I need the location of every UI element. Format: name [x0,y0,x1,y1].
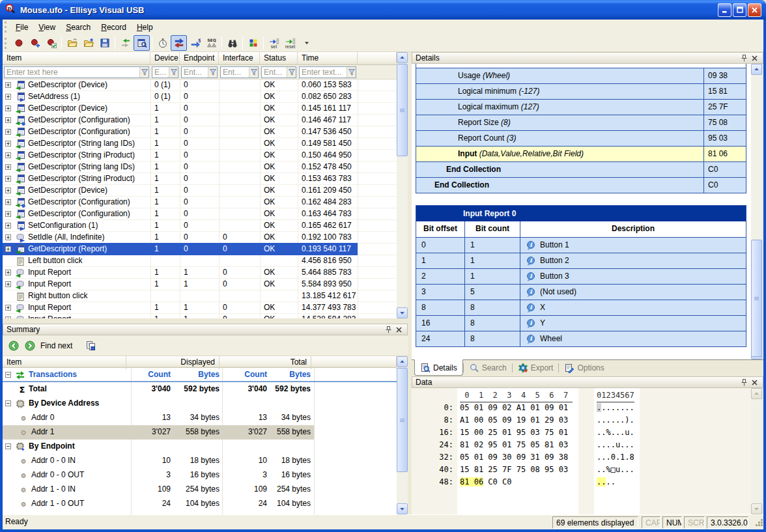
resize-grip[interactable] [754,512,763,529]
filter-input-item[interactable]: Enter text here [4,66,149,78]
event-row[interactable]: SetConfiguration (1)10OK0.165 462 617 [3,220,397,232]
event-row[interactable]: GetDescriptor (String lang IDs)10OK0.152… [3,161,397,173]
pin-icon[interactable] [739,53,749,63]
hex-dump[interactable]: 0 1 2 3 4 5 6 7 012345670:05 01 09 02 A1… [412,388,751,514]
summary-column-spare[interactable] [314,356,397,369]
summary-row[interactable]: ΣTotal3'040592 bytes3'040592 bytes [3,382,397,397]
menu-file[interactable]: File [10,20,33,35]
expand-icon[interactable] [5,234,11,240]
tab-search[interactable]: Search [464,360,512,376]
event-row[interactable]: GetDescriptor (String lang IDs)10OK0.149… [3,138,397,150]
event-row[interactable]: Input Report110OK14.377 493 783 [3,302,397,314]
expand-icon[interactable] [5,305,11,311]
descriptor-row[interactable]: Input (Data,Value,Relative,Bit Field)81 … [416,146,746,161]
column-header-item[interactable]: Item [3,52,150,65]
summary-column-displayed[interactable]: Displayed [131,356,220,369]
close-panel-icon[interactable] [749,53,759,63]
details-scrollbar[interactable] [751,64,762,359]
column-header-interface[interactable]: Interface [219,52,260,65]
record-button[interactable] [10,35,27,51]
event-row[interactable]: Input Report110OK5.584 893 950 [3,279,397,290]
column-header-status[interactable]: Status [260,52,298,65]
expand-icon[interactable] [5,281,11,287]
pin-icon[interactable] [383,325,393,335]
event-row[interactable]: GetDescriptor (Configuration)10OK0.163 4… [3,208,397,220]
descriptor-row[interactable]: Report Count (3)95 03 [416,130,746,146]
summary-column-total[interactable]: Total [222,356,311,369]
descriptor-row[interactable]: Usage (Wheel)09 38 [416,68,746,83]
pin-icon[interactable] [739,378,749,387]
find-next-button[interactable] [24,340,36,352]
event-row[interactable]: Right button click13.185 412 617 [3,290,397,302]
collapse-icon[interactable] [5,372,11,378]
navigate-back-button[interactable] [117,35,134,51]
filter-funnel-icon[interactable] [249,67,258,77]
scroll-thumb[interactable] [397,64,408,156]
goto-sequence-button[interactable]: S [187,35,203,51]
expand-icon[interactable] [5,246,11,252]
summary-column-item[interactable]: Item [3,356,126,369]
summary-row[interactable]: By Endpoint [3,440,397,454]
tab-details[interactable]: Details [414,359,463,376]
summary-row[interactable]: Addr 0 - 0 OUT316 bytes316 bytes [3,468,397,483]
summary-row[interactable]: Addr 1 - 0 OUT24104 bytes24104 bytes [3,497,397,511]
find-button[interactable] [224,35,240,51]
column-header-endpoint[interactable]: Endpoint [180,52,219,65]
descriptor-row[interactable]: Logical maximum (127)25 7F [416,99,746,115]
expand-icon[interactable] [5,270,11,275]
expand-icon[interactable] [5,199,11,205]
event-row[interactable]: GetDescriptor (Device)10OK0.161 209 450 [3,185,397,197]
open-button[interactable] [64,35,80,51]
scroll-up-icon[interactable] [751,64,762,75]
event-row[interactable]: Left button click4.456 816 950 [3,255,397,267]
expand-icon[interactable] [5,82,11,88]
tab-export[interactable]: Export [513,360,559,376]
menu-search[interactable]: Search [61,20,96,35]
event-row[interactable]: GetDescriptor (Configuration)10OK0.147 5… [3,126,397,138]
filter-input-status[interactable]: Ent... [261,66,296,78]
find-previous-button[interactable] [8,340,20,352]
scroll-up-icon[interactable] [751,388,762,399]
expand-icon[interactable] [5,211,11,217]
toolbar-dropdown[interactable] [298,35,315,51]
event-row[interactable]: Input Report110OK5.464 885 783 [3,267,397,279]
scroll-up-icon[interactable] [397,356,408,367]
scroll-thumb[interactable] [751,240,762,357]
event-row[interactable]: GetDescriptor (Configuration)10OK0.146 4… [3,115,397,126]
event-row[interactable]: GetDescriptor (Device)10OK0.145 161 117 [3,103,397,115]
event-row[interactable]: SetIdle (All, Indefinite)100OK0.192 100 … [3,232,397,244]
open-new-button[interactable] [80,35,96,51]
summary-row[interactable]: Addr 13'027558 bytes3'027558 bytes [3,425,397,440]
collapse-icon[interactable] [5,443,11,449]
transactions-view-button[interactable] [171,35,187,51]
scroll-down-icon[interactable] [397,307,408,318]
filter-input-device[interactable]: E... [152,66,178,78]
column-header-time[interactable]: Time [298,52,358,65]
menu-record[interactable]: Record [96,20,132,35]
horizontal-splitter[interactable] [3,318,408,324]
summary-row[interactable]: Addr 1 - 0 IN109254 bytes109254 bytes [3,483,397,497]
event-row[interactable]: Input Report110OK14.528 594 283 [3,314,397,318]
record-new-button[interactable] [27,35,43,51]
descriptor-row[interactable]: Report Size (8)75 08 [416,115,746,130]
summary-scrollbar[interactable] [397,356,408,514]
maximize-button[interactable] [733,3,746,17]
data-scrollbar[interactable] [751,388,762,514]
event-row[interactable]: GetDescriptor (String iProduct)10OK0.153… [3,173,397,185]
summary-row[interactable]: TransactionsCountBytesCountBytes [3,368,397,382]
expand-icon[interactable] [5,223,11,229]
expand-icon[interactable] [5,188,11,193]
descriptor-row[interactable]: End CollectionC0 [416,177,746,193]
menu-help[interactable]: Help [132,20,158,35]
close-button[interactable] [748,3,761,17]
expand-icon[interactable] [5,105,11,111]
minimize-button[interactable] [718,3,731,17]
filter-funnel-icon[interactable] [287,67,296,77]
collapse-icon[interactable] [5,400,11,406]
filter-funnel-icon[interactable] [169,67,178,77]
event-row[interactable]: GetDescriptor (String iProduct)10OK0.150… [3,150,397,161]
expand-icon[interactable] [5,94,11,100]
close-panel-icon[interactable] [393,325,404,335]
record-options-button[interactable] [43,35,59,51]
filter-input-endpoint[interactable]: Ent... [181,66,218,78]
